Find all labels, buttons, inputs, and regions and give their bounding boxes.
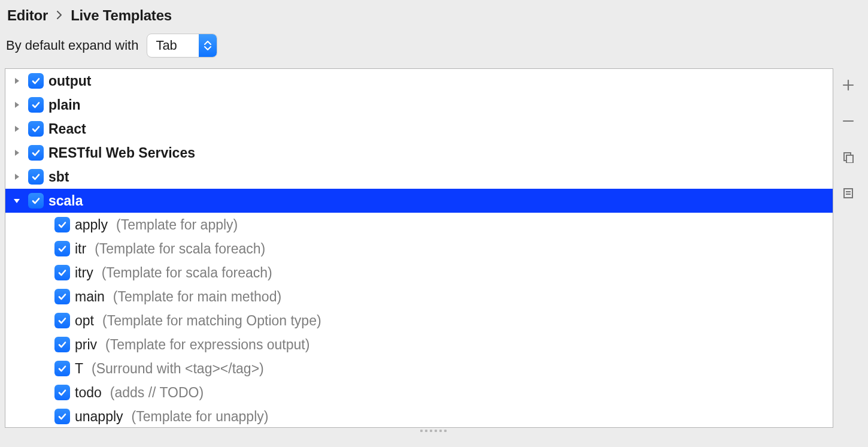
template-group-row[interactable]: sbt — [5, 165, 833, 189]
checkbox[interactable] — [28, 145, 44, 161]
template-item-name: opt — [75, 313, 94, 329]
disclosure-triangle-icon[interactable] — [10, 77, 23, 85]
template-group-label: plain — [48, 97, 81, 113]
checkbox[interactable] — [54, 289, 70, 304]
disclosure-triangle-icon[interactable] — [10, 125, 23, 133]
checkbox[interactable] — [28, 73, 44, 89]
template-item-name: main — [75, 289, 105, 305]
expand-with-select[interactable]: Tab — [147, 34, 217, 58]
checkbox[interactable] — [54, 265, 70, 280]
template-item-name: todo — [75, 385, 102, 401]
template-item-row[interactable]: itry(Template for scala foreach) — [5, 261, 833, 285]
template-item-row[interactable]: main(Template for main method) — [5, 285, 833, 309]
template-group-row[interactable]: plain — [5, 93, 833, 117]
disclosure-triangle-icon[interactable] — [10, 101, 23, 109]
chevron-right-icon — [56, 10, 62, 22]
template-item-row[interactable]: todo(adds // TODO) — [5, 380, 833, 404]
template-item-name: itry — [75, 265, 93, 281]
svg-rect-2 — [844, 189, 852, 198]
disclosure-triangle-icon[interactable] — [10, 173, 23, 181]
svg-rect-1 — [846, 155, 853, 163]
template-group-row[interactable]: RESTful Web Services — [5, 141, 833, 165]
template-item-row[interactable]: T(Surround with <tag></tag>) — [5, 357, 833, 380]
template-group-label: React — [48, 121, 86, 137]
checkbox[interactable] — [54, 217, 70, 232]
template-item-row[interactable]: itr(Template for scala foreach) — [5, 237, 833, 261]
template-item-desc: (Template for expressions output) — [105, 337, 309, 353]
template-item-name: T — [75, 361, 83, 377]
template-item-desc: (adds // TODO) — [110, 385, 204, 401]
template-item-desc: (Template for apply) — [116, 217, 238, 233]
checkbox[interactable] — [28, 121, 44, 137]
breadcrumb-section[interactable]: Editor — [7, 7, 48, 24]
disclosure-triangle-icon[interactable] — [10, 197, 23, 205]
template-item-desc: (Template for unapply) — [132, 409, 269, 425]
template-item-name: priv — [75, 337, 97, 353]
template-group-row[interactable]: React — [5, 117, 833, 141]
expand-with-label: By default expand with — [6, 38, 138, 53]
checkbox[interactable] — [54, 409, 70, 424]
template-item-row[interactable]: unapply(Template for unapply) — [5, 404, 833, 428]
svg-rect-0 — [844, 153, 851, 161]
resize-handle[interactable] — [5, 428, 863, 435]
template-group-label: scala — [48, 193, 83, 209]
paste-button[interactable] — [839, 183, 858, 203]
template-item-desc: (Template for main method) — [113, 289, 281, 305]
tree-toolbar — [833, 68, 863, 428]
add-button[interactable] — [839, 75, 858, 95]
checkbox[interactable] — [28, 97, 44, 113]
template-item-row[interactable]: opt(Template for matching Option type) — [5, 309, 833, 333]
template-group-label: sbt — [48, 169, 69, 185]
expand-with-value: Tab — [147, 34, 198, 57]
checkbox[interactable] — [54, 361, 70, 376]
template-item-desc: (Template for scala foreach) — [102, 265, 272, 281]
checkbox[interactable] — [54, 385, 70, 400]
templates-tree[interactable]: outputplainReactRESTful Web Servicessbts… — [5, 68, 833, 428]
template-item-row[interactable]: priv(Template for expressions output) — [5, 333, 833, 357]
template-item-desc: (Template for scala foreach) — [95, 241, 265, 257]
checkbox[interactable] — [28, 193, 44, 209]
template-item-name: itr — [75, 241, 86, 257]
copy-button[interactable] — [839, 147, 858, 167]
breadcrumb-page: Live Templates — [71, 7, 172, 24]
template-group-row[interactable]: scala — [5, 189, 833, 213]
select-arrows-icon — [199, 34, 217, 57]
checkbox[interactable] — [28, 169, 44, 185]
template-group-row[interactable]: output — [5, 69, 833, 93]
checkbox[interactable] — [54, 241, 70, 256]
template-item-desc: (Surround with <tag></tag>) — [92, 361, 264, 377]
template-group-label: RESTful Web Services — [48, 145, 195, 161]
template-item-row[interactable]: apply(Template for apply) — [5, 213, 833, 237]
remove-button[interactable] — [839, 111, 858, 131]
checkbox[interactable] — [54, 313, 70, 328]
template-item-name: apply — [75, 217, 108, 233]
breadcrumb: Editor Live Templates — [5, 5, 863, 32]
template-group-label: output — [48, 73, 92, 89]
checkbox[interactable] — [54, 337, 70, 352]
template-item-name: unapply — [75, 409, 123, 425]
template-item-desc: (Template for matching Option type) — [102, 313, 321, 329]
disclosure-triangle-icon[interactable] — [10, 149, 23, 157]
